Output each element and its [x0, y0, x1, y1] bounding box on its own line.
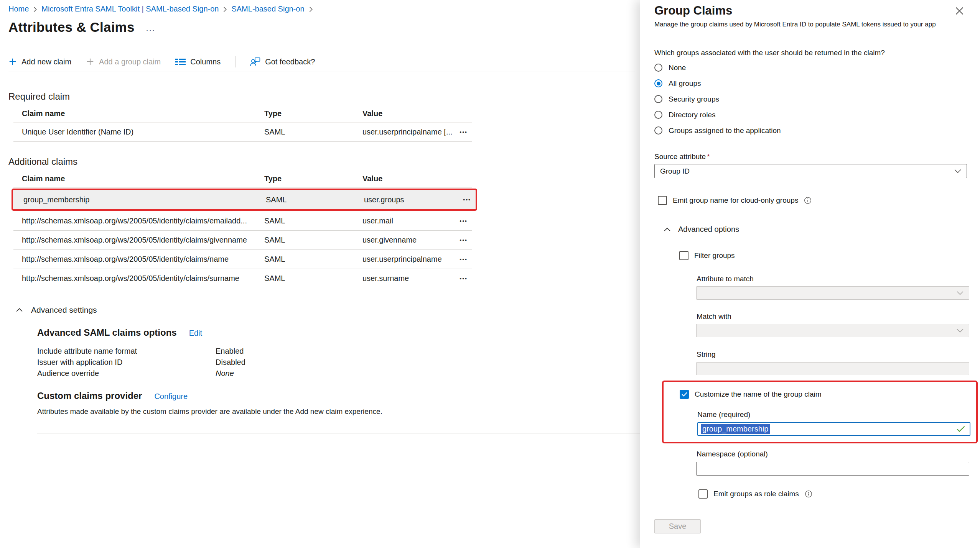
- name-required-label: Name (required): [697, 410, 976, 419]
- page-more-menu[interactable]: ...: [146, 23, 155, 35]
- info-icon[interactable]: [805, 490, 812, 498]
- namespace-label: Namespace (optional): [697, 450, 967, 458]
- checkbox-unchecked-icon: [679, 251, 688, 260]
- attribute-to-match-label: Attribute to match: [697, 275, 967, 283]
- radio-security-groups[interactable]: Security groups: [654, 91, 967, 107]
- chevron-right-icon: [309, 7, 313, 12]
- breadcrumb-saml-signon[interactable]: SAML-based Sign-on: [231, 5, 304, 13]
- radio-icon: [654, 126, 662, 135]
- page-title: Attributes & Claims: [8, 20, 135, 35]
- option-label: Include attribute name format: [37, 346, 216, 357]
- columns-button[interactable]: Columns: [175, 57, 221, 66]
- breadcrumb-home[interactable]: Home: [8, 5, 29, 13]
- footer-rule: [640, 509, 980, 509]
- info-icon[interactable]: [804, 197, 812, 204]
- row-menu-button[interactable]: •••: [460, 218, 472, 224]
- group-claims-panel: Group Claims Manage the group claims use…: [640, 0, 980, 548]
- chevron-down-icon: [957, 328, 964, 333]
- emit-group-name-checkbox-row[interactable]: Emit group name for cloud-only groups: [658, 196, 967, 205]
- plus-icon: [86, 57, 94, 66]
- col-value: Value: [362, 109, 453, 118]
- match-with-dropdown[interactable]: [696, 324, 969, 337]
- match-with-label: Match with: [697, 312, 967, 321]
- row-menu-button[interactable]: •••: [460, 256, 472, 263]
- valid-checkmark-icon: [957, 426, 965, 432]
- filter-groups-checkbox-row[interactable]: Filter groups: [679, 251, 967, 260]
- required-claim-table: Claim name Type Value Unique User Identi…: [13, 105, 472, 142]
- panel-subtitle: Manage the group claims used by Microsof…: [654, 21, 967, 28]
- row-menu-button[interactable]: •••: [460, 129, 472, 135]
- required-claim-heading: Required claim: [8, 91, 640, 102]
- checkbox-checked-icon: [680, 390, 689, 399]
- col-claim-name: Claim name: [22, 174, 264, 183]
- panel-title: Group Claims: [654, 4, 732, 18]
- string-input[interactable]: [696, 362, 969, 375]
- toolbar-divider: [235, 56, 236, 67]
- selected-text: group_membership: [701, 424, 770, 434]
- breadcrumb-app[interactable]: Microsoft Entra SAML Toolkit | SAML-base…: [41, 5, 219, 13]
- close-icon[interactable]: [955, 6, 964, 16]
- chevron-up-icon: [664, 228, 670, 231]
- custom-claims-provider-heading: Custom claims provider: [37, 390, 142, 401]
- table-row[interactable]: http://schemas.xmlsoap.org/ws/2005/05/id…: [13, 269, 472, 288]
- radio-icon: [654, 64, 662, 72]
- radio-icon: [654, 111, 662, 119]
- add-group-claim-button[interactable]: Add a group claim: [86, 57, 161, 66]
- table-row[interactable]: Unique User Identifier (Name ID) SAML us…: [13, 123, 472, 142]
- edit-link[interactable]: Edit: [189, 329, 202, 338]
- table-header-row: Claim name Type Value: [13, 105, 472, 123]
- table-row[interactable]: http://schemas.xmlsoap.org/ws/2005/05/id…: [13, 231, 472, 250]
- chevron-up-icon: [16, 308, 23, 312]
- source-attribute-dropdown[interactable]: Group ID: [654, 164, 967, 178]
- radio-directory-roles[interactable]: Directory roles: [654, 107, 967, 123]
- groups-question: Which groups associated with the user sh…: [654, 49, 967, 57]
- emit-roles-checkbox-row[interactable]: Emit groups as role claims: [698, 489, 967, 499]
- option-value: None: [216, 368, 640, 379]
- namespace-input[interactable]: [696, 462, 969, 476]
- name-input[interactable]: group_membership: [697, 422, 970, 436]
- section-rule: [37, 433, 644, 433]
- required-asterisk: *: [707, 153, 710, 161]
- customize-name-checkbox-row[interactable]: Customize the name of the group claim: [680, 390, 976, 399]
- row-menu-button[interactable]: •••: [460, 237, 472, 243]
- breadcrumb: Home Microsoft Entra SAML Toolkit | SAML…: [8, 5, 640, 13]
- table-header-row: Claim name Type Value: [13, 170, 472, 188]
- additional-claims-heading: Additional claims: [8, 156, 640, 167]
- custom-claims-description: Attributes made available by the custom …: [37, 407, 640, 416]
- row-menu-button[interactable]: •••: [460, 276, 472, 282]
- chevron-down-icon: [954, 169, 961, 173]
- columns-icon: [175, 58, 186, 66]
- chevron-down-icon: [957, 291, 964, 295]
- radio-icon: [654, 95, 662, 103]
- attributes-claims-page: Home Microsoft Entra SAML Toolkit | SAML…: [0, 0, 640, 548]
- col-value: Value: [362, 174, 453, 183]
- option-label: Audience override: [37, 368, 216, 379]
- table-row[interactable]: http://schemas.xmlsoap.org/ws/2005/05/id…: [13, 212, 472, 231]
- checkbox-unchecked-icon: [658, 196, 667, 205]
- saml-options-list: Include attribute name format Enabled Is…: [37, 346, 640, 379]
- radio-none[interactable]: None: [654, 60, 967, 75]
- col-type: Type: [264, 109, 362, 118]
- col-type: Type: [264, 174, 362, 183]
- option-label: Issuer with application ID: [37, 357, 216, 368]
- feedback-button[interactable]: Got feedback?: [250, 57, 315, 66]
- string-label: String: [697, 350, 967, 359]
- chevron-right-icon: [223, 7, 227, 12]
- command-bar: Add new claim Add a group claim Columns …: [8, 54, 640, 69]
- row-menu-button[interactable]: •••: [463, 197, 476, 203]
- feedback-icon: [250, 57, 260, 66]
- add-new-claim-button[interactable]: Add new claim: [8, 57, 71, 66]
- toolbar-rule: [8, 72, 635, 72]
- attribute-to-match-dropdown[interactable]: [696, 286, 969, 300]
- radio-all-groups[interactable]: All groups: [654, 75, 967, 91]
- radio-selected-icon: [654, 79, 662, 87]
- advanced-options-toggle[interactable]: Advanced options: [664, 225, 967, 234]
- advanced-saml-claims-heading: Advanced SAML claims options: [37, 327, 177, 338]
- save-button[interactable]: Save: [654, 519, 701, 533]
- table-row-group-membership-highlighted[interactable]: group_membership SAML user.groups •••: [12, 189, 477, 211]
- configure-link[interactable]: Configure: [154, 392, 188, 401]
- option-value: Disabled: [216, 357, 640, 368]
- advanced-settings-toggle[interactable]: Advanced settings: [16, 305, 640, 315]
- table-row[interactable]: http://schemas.xmlsoap.org/ws/2005/05/id…: [13, 250, 472, 269]
- radio-groups-assigned[interactable]: Groups assigned to the application: [654, 123, 967, 138]
